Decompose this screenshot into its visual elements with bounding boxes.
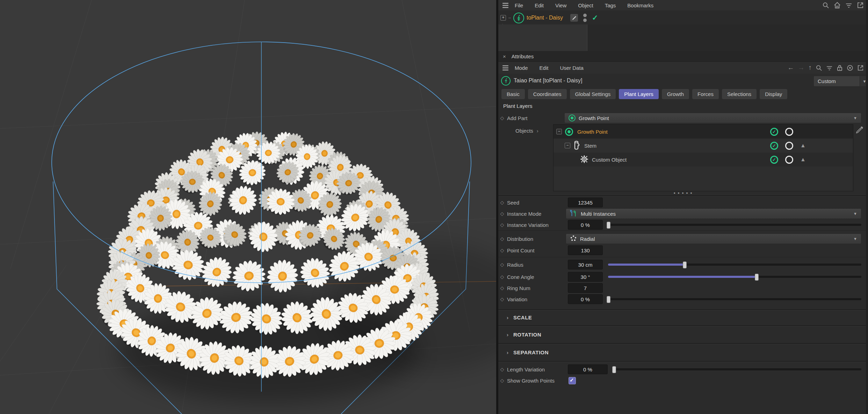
menu-user-data[interactable]: User Data — [560, 65, 584, 71]
menu-edit[interactable]: Edit — [535, 2, 544, 8]
search-icon[interactable] — [816, 65, 822, 71]
instance-mode-value: Multi Instances — [581, 211, 616, 217]
viewport-canvas[interactable] — [0, 0, 496, 414]
section-label: SCALE — [513, 315, 532, 320]
menu-tags[interactable]: Tags — [605, 2, 616, 8]
menu-object[interactable]: Object — [578, 2, 593, 8]
chevron-right-icon: › — [507, 349, 508, 355]
new-window-icon[interactable] — [857, 2, 864, 9]
tab-global-settings[interactable]: Global Settings — [570, 89, 616, 99]
section-scale[interactable]: › SCALE — [498, 311, 868, 323]
ring-num-input[interactable]: 7 — [568, 283, 603, 293]
param-row-distribution: ◇ Distribution Radial ▼ — [498, 233, 868, 244]
menu-bookmarks[interactable]: Bookmarks — [627, 2, 653, 8]
object-name[interactable]: toPlant - Daisy — [527, 15, 563, 21]
triangle-icon[interactable]: ▲ — [800, 156, 806, 163]
menu-mode[interactable]: Mode — [515, 65, 528, 71]
collapse-icon[interactable]: − — [565, 143, 570, 148]
cone-angle-slider[interactable] — [608, 274, 861, 280]
menu-view[interactable]: View — [555, 2, 566, 8]
tree-row-custom-object[interactable]: Custom Object ✓ ▲ — [554, 153, 853, 167]
param-label: Point Count — [507, 247, 534, 253]
taiao-plant-icon — [513, 13, 524, 23]
tab-basic[interactable]: Basic — [501, 89, 525, 99]
resize-handle[interactable]: ● ● ● ● ● — [498, 191, 868, 195]
home-icon[interactable] — [834, 2, 841, 9]
chevron-right-icon[interactable]: › — [537, 128, 538, 134]
object-row[interactable]: + toPlant - Daisy ✓ — [500, 12, 598, 24]
tab-plant-layers[interactable]: Plant Layers — [619, 89, 658, 99]
edit-tag-icon[interactable] — [570, 14, 578, 22]
enabled-check-icon[interactable]: ✓ — [770, 156, 778, 164]
tree-item-label[interactable]: Growth Point — [577, 129, 608, 135]
lock-icon[interactable] — [837, 65, 843, 71]
preset-value: Custom — [818, 78, 836, 84]
filter-icon[interactable] — [826, 65, 833, 71]
eyedropper-icon[interactable] — [855, 126, 864, 135]
viewport-3d[interactable] — [0, 0, 496, 414]
multi-instances-icon — [570, 210, 578, 218]
cone-angle-input[interactable]: 30 ° — [568, 272, 603, 282]
param-row-show-growth-points: ◇ Show Growth Points — [498, 375, 868, 386]
section-separation[interactable]: › SEPARATION — [498, 346, 868, 358]
record-icon[interactable] — [847, 65, 853, 71]
length-variation-slider[interactable] — [614, 366, 861, 372]
enabled-check-icon[interactable]: ✓ — [770, 142, 778, 150]
growth-point-icon — [565, 128, 573, 136]
radius-input[interactable]: 30 cm — [568, 260, 603, 269]
distribution-dropdown[interactable]: Radial ▼ — [566, 234, 861, 244]
collapse-icon[interactable]: − — [556, 129, 562, 134]
tree-row-stem[interactable]: − Stem ✓ ▲ — [554, 139, 853, 153]
hamburger-icon[interactable] — [502, 65, 508, 71]
tab-growth[interactable]: Growth — [662, 89, 689, 99]
tree-row-growth-point[interactable]: − Growth Point ✓ — [554, 125, 853, 139]
tab-forces[interactable]: Forces — [692, 89, 719, 99]
seed-input[interactable]: 12345 — [568, 198, 603, 207]
radial-dots-icon — [570, 235, 577, 243]
show-growth-points-checkbox[interactable] — [569, 377, 576, 384]
chevron-down-icon: ▼ — [853, 237, 857, 241]
preset-dropdown[interactable]: Custom ▼ — [813, 76, 868, 87]
state-circle-icon[interactable] — [785, 128, 793, 136]
instance-variation-input[interactable]: 0 % — [568, 220, 603, 230]
state-circle-icon[interactable] — [785, 142, 793, 150]
menu-edit[interactable]: Edit — [540, 65, 549, 71]
back-arrow-icon[interactable]: ← — [788, 64, 794, 72]
expand-icon[interactable]: + — [500, 15, 506, 21]
divider — [498, 230, 868, 231]
close-icon[interactable]: × — [503, 53, 506, 59]
visibility-dots-icon[interactable] — [583, 14, 587, 22]
tree-item-label[interactable]: Custom Object — [592, 157, 627, 163]
enabled-check-icon[interactable]: ✓ — [770, 128, 778, 136]
param-label: Instance Variation — [507, 222, 549, 228]
add-part-dropdown[interactable]: Growth Point ▼ — [564, 113, 861, 123]
scrollbar[interactable] — [866, 0, 868, 414]
instance-variation-slider[interactable] — [608, 222, 861, 228]
section-rotation[interactable]: › ROTATION — [498, 328, 868, 340]
param-row-point-count: ◇ Point Count 130 — [498, 245, 868, 256]
tab-selections[interactable]: Selections — [722, 89, 757, 99]
enabled-check-icon[interactable]: ✓ — [592, 14, 598, 22]
search-icon[interactable] — [822, 2, 829, 9]
tab-display[interactable]: Display — [760, 89, 787, 99]
forward-arrow-icon[interactable]: → — [798, 64, 805, 72]
chevron-down-icon: ▼ — [853, 212, 857, 216]
length-variation-input[interactable]: 0 % — [568, 364, 608, 374]
variation-slider[interactable] — [608, 296, 861, 302]
hamburger-icon[interactable] — [502, 3, 508, 8]
tab-coordinates[interactable]: Coordinates — [528, 89, 567, 99]
param-row-cone-angle: ◇ Cone Angle 30 ° — [498, 271, 868, 282]
point-count-input[interactable]: 130 — [568, 245, 603, 255]
tree-item-label[interactable]: Stem — [584, 143, 596, 149]
filter-icon[interactable] — [845, 2, 852, 9]
menu-file[interactable]: File — [515, 2, 523, 8]
diamond-icon: ◇ — [498, 285, 506, 291]
section-label: SEPARATION — [513, 349, 549, 355]
radius-slider[interactable] — [608, 261, 861, 268]
triangle-icon[interactable]: ▲ — [800, 142, 806, 149]
new-window-icon[interactable] — [857, 65, 864, 71]
state-circle-icon[interactable] — [785, 156, 793, 164]
variation-input[interactable]: 0 % — [568, 294, 603, 304]
instance-mode-dropdown[interactable]: Multi Instances ▼ — [566, 208, 861, 219]
up-arrow-icon[interactable]: ↑ — [809, 64, 812, 72]
